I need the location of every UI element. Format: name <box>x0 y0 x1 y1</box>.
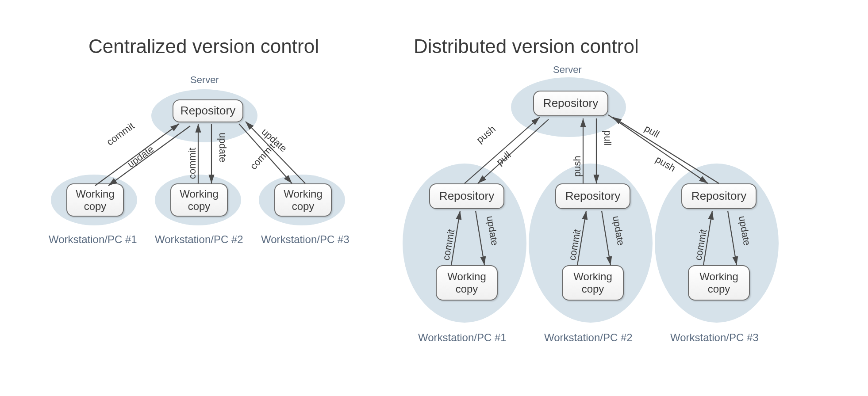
distributed-wc2-node: Workingcopy <box>562 265 624 301</box>
distributed-ws3-caption: Workstation/PC #3 <box>670 331 759 344</box>
distributed-wc1-node: Workingcopy <box>436 265 498 301</box>
centralized-ws3-caption: Workstation/PC #3 <box>261 233 350 246</box>
centralized-wc1-node: Workingcopy <box>66 183 124 217</box>
distributed-ws1-push-label: push <box>474 123 498 145</box>
centralized-ws1-update-label: update <box>125 143 156 170</box>
centralized-ws3-commit-label: commit <box>248 141 277 171</box>
distributed-ws3-push-label: push <box>654 154 678 174</box>
distributed-repo3-node: Repository <box>681 183 757 209</box>
distributed-ws3-pull-label: pull <box>643 123 661 140</box>
distributed-ws2-caption: Workstation/PC #2 <box>544 331 633 344</box>
centralized-ws1-commit-label: commit <box>104 120 136 148</box>
centralized-wc3-node: Workingcopy <box>274 183 332 217</box>
centralized-server-label: Server <box>190 74 219 86</box>
distributed-ws2-pull-label: pull <box>602 130 613 145</box>
centralized-wc2-node: Workingcopy <box>170 183 228 217</box>
distributed-repo2-node: Repository <box>555 183 630 209</box>
distributed-server-repo-node: Repository <box>533 91 608 116</box>
distributed-ws1-pull-label: pull <box>494 149 513 168</box>
centralized-ws3-update-label: update <box>260 126 289 154</box>
distributed-wc3-node: Workingcopy <box>688 265 750 301</box>
distributed-ws1-caption: Workstation/PC #1 <box>418 331 507 344</box>
centralized-ws1-caption: Workstation/PC #1 <box>49 233 137 246</box>
centralized-repo-node: Repository <box>173 99 243 122</box>
centralized-ws2-caption: Workstation/PC #2 <box>155 233 243 246</box>
distributed-repo1-node: Repository <box>429 183 504 209</box>
diagram-canvas: { "centralized": { "title": "Centralized… <box>0 0 868 396</box>
distributed-title: Distributed version control <box>414 35 639 57</box>
centralized-title: Centralized version control <box>88 35 319 57</box>
centralized-ws3-commit-arrow <box>246 122 305 183</box>
centralized-ws3-update-arrow <box>239 124 292 183</box>
distributed-server-label: Server <box>553 64 582 76</box>
